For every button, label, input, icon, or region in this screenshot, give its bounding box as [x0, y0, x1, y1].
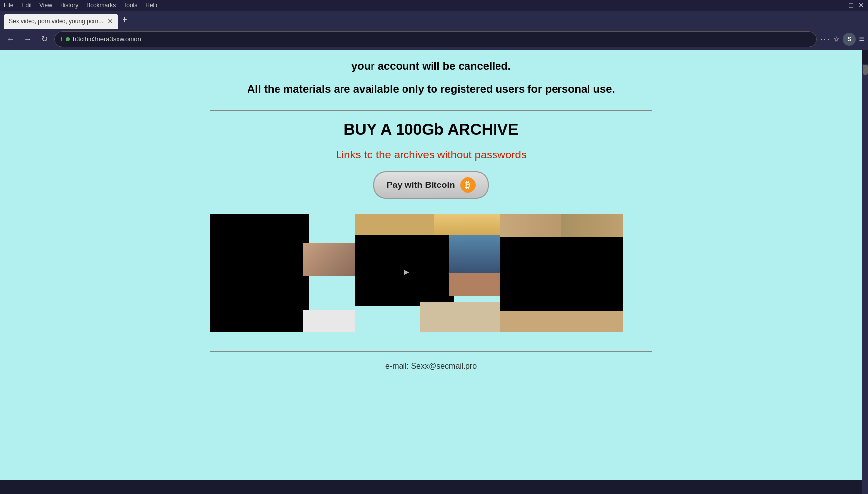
- menu-bar: File Edit View History Bookmarks Tools H…: [0, 0, 868, 11]
- tab-close-button[interactable]: ✕: [107, 18, 113, 25]
- cancelled-text: your account will be cancelled.: [351, 60, 511, 73]
- all-materials-text: All the materials are available only to …: [247, 83, 615, 95]
- maximize-button[interactable]: □: [849, 1, 853, 9]
- menu-history[interactable]: History: [60, 2, 78, 9]
- minimize-button[interactable]: —: [837, 1, 844, 9]
- menu-help[interactable]: Help: [145, 2, 157, 9]
- menu-file[interactable]: File: [4, 2, 13, 9]
- menu-tools[interactable]: Tools: [124, 2, 137, 9]
- user-avatar[interactable]: S: [843, 33, 856, 46]
- address-bar[interactable]: ℹ h3clhio3nera3sxw.onion: [54, 31, 817, 47]
- scrollbar[interactable]: [862, 64, 868, 494]
- back-button[interactable]: ←: [4, 32, 18, 46]
- media-slot-3: [500, 214, 623, 332]
- nav-right-controls: ··· ☆ S ≡: [820, 33, 864, 46]
- divider-bottom: [210, 351, 652, 352]
- media-slot-2: ▶: [355, 214, 500, 332]
- tab-bar: Sex video, porn video, young porn... ✕ +: [0, 11, 868, 29]
- menu-view[interactable]: View: [39, 2, 52, 9]
- tab-title: Sex video, porn video, young porn...: [9, 18, 103, 25]
- page-content: your account will be cancelled. All the …: [0, 50, 862, 480]
- media-grid: ▶: [210, 214, 652, 332]
- scrollbar-thumb[interactable]: [863, 65, 868, 75]
- media-slot-1: [210, 214, 355, 332]
- hamburger-menu-button[interactable]: ≡: [859, 34, 864, 44]
- bookmark-button[interactable]: ☆: [833, 34, 840, 44]
- url-text: h3clhio3nera3sxw.onion: [73, 35, 810, 43]
- more-options-button[interactable]: ···: [820, 34, 830, 44]
- menu-edit[interactable]: Edit: [21, 2, 31, 9]
- browser-window: File Edit View History Bookmarks Tools H…: [0, 0, 868, 494]
- nav-bar: ← → ↻ ℹ h3clhio3nera3sxw.onion ··· ☆ S ≡: [0, 29, 868, 50]
- close-button[interactable]: ✕: [858, 1, 864, 9]
- bitcoin-icon: ₿: [460, 177, 476, 193]
- forward-button[interactable]: →: [21, 32, 34, 46]
- buy-title: BUY A 100Gb ARCHIVE: [343, 121, 518, 139]
- info-icon: ℹ: [61, 36, 63, 43]
- new-tab-button[interactable]: +: [118, 15, 131, 25]
- divider-top: [210, 110, 652, 111]
- security-indicator: [66, 37, 70, 41]
- menu-bookmarks[interactable]: Bookmarks: [86, 2, 116, 9]
- pay-button-text: Pay with Bitcoin: [386, 180, 455, 190]
- pay-with-bitcoin-button[interactable]: Pay with Bitcoin ₿: [373, 171, 488, 199]
- active-tab[interactable]: Sex video, porn video, young porn... ✕: [4, 14, 118, 29]
- email-text: e-mail: Sexx@secmail.pro: [385, 362, 477, 370]
- refresh-button[interactable]: ↻: [37, 32, 51, 46]
- links-text: Links to the archives without passwords: [336, 149, 527, 161]
